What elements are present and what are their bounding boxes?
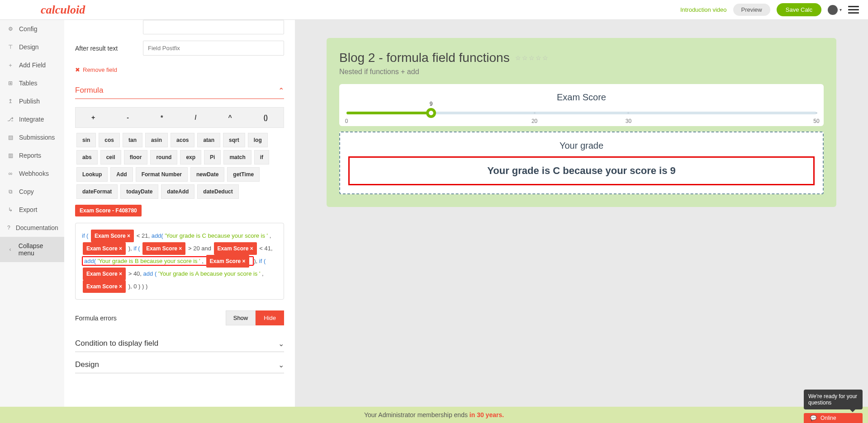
save-calc-button[interactable]: Save Calc xyxy=(777,3,821,16)
sidebar-item-tables[interactable]: ⊞Tables xyxy=(0,74,64,92)
fn-floor[interactable]: floor xyxy=(124,150,148,164)
table-icon: ⊞ xyxy=(7,80,14,86)
gear-icon: ⚙ xyxy=(7,26,14,32)
var-exam-score[interactable]: Exam Score × xyxy=(206,255,249,268)
preview-button[interactable]: Preview xyxy=(733,4,770,16)
function-toolbar: sin cos tan asin acos atan sqrt log abs … xyxy=(75,132,284,200)
grade-card[interactable]: Your grade Your grade is C because your … xyxy=(339,132,824,194)
fn-datededuct[interactable]: dateDeduct xyxy=(197,184,238,199)
postfix-input[interactable] xyxy=(143,41,284,56)
op-plus[interactable]: + xyxy=(87,112,100,123)
sidebar-item-copy[interactable]: ⧉Copy xyxy=(0,183,64,201)
design-section-title: Design xyxy=(75,360,99,369)
op-paren[interactable]: () xyxy=(259,112,272,123)
chevron-down-icon: ⌄ xyxy=(278,361,284,369)
fn-sqrt[interactable]: sqrt xyxy=(223,133,245,147)
sym: , xyxy=(262,270,264,277)
op-mult[interactable]: * xyxy=(156,112,167,123)
sym: , xyxy=(202,258,205,264)
after-result-label: After result text xyxy=(75,45,143,52)
sidebar-label: Reports xyxy=(19,152,41,159)
fn-newdate[interactable]: newDate xyxy=(190,167,224,182)
fn-add[interactable]: Add xyxy=(110,167,133,182)
fn-if[interactable]: if xyxy=(254,150,269,164)
show-errors-button[interactable]: Show xyxy=(226,310,256,325)
fn-asin[interactable]: asin xyxy=(145,133,168,147)
var-exam-score[interactable]: Exam Score × xyxy=(142,242,185,255)
sidebar-label: Integrate xyxy=(19,116,44,123)
editor-panel: After result text ✖ Remove field Formula… xyxy=(64,20,295,407)
hamburger-menu-button[interactable] xyxy=(848,4,859,15)
slider-title: Exam Score xyxy=(345,92,818,103)
fn-atan[interactable]: atan xyxy=(197,133,220,147)
tick-label: 0 xyxy=(345,118,348,124)
fn-pi[interactable]: Pi xyxy=(204,150,221,164)
condition-section-header[interactable]: Condition to display field ⌄ xyxy=(75,339,284,352)
integrate-icon: ⎇ xyxy=(7,116,14,122)
fn-dateformat[interactable]: dateFormat xyxy=(76,184,118,199)
fn-sin[interactable]: sin xyxy=(76,133,96,147)
fn-tan[interactable]: tan xyxy=(123,133,142,147)
var-exam-score[interactable]: Exam Score × xyxy=(91,230,134,242)
sidebar-label: Design xyxy=(19,43,39,51)
prefix-input[interactable] xyxy=(143,20,284,34)
fn-lookup[interactable]: Lookup xyxy=(76,167,108,182)
fn-exp[interactable]: exp xyxy=(180,150,201,164)
sidebar-item-submissions[interactable]: ▤Submissions xyxy=(0,128,64,146)
op-minus[interactable]: - xyxy=(122,112,133,123)
slider-track[interactable]: 9 0 20 30 50 xyxy=(346,112,816,114)
sidebar-item-reports[interactable]: ▥Reports xyxy=(0,146,64,164)
sym: ), xyxy=(128,245,134,252)
sym: , xyxy=(270,232,271,239)
fn-match[interactable]: match xyxy=(223,150,251,164)
slider-tick xyxy=(816,112,817,114)
fn-abs[interactable]: abs xyxy=(76,150,98,164)
sidebar-label: Submissions xyxy=(19,134,55,141)
rating-stars[interactable]: ☆☆☆☆☆ xyxy=(515,54,549,61)
var-exam-score[interactable]: Exam Score × xyxy=(214,242,257,255)
fn-round[interactable]: round xyxy=(150,150,177,164)
fn-acos[interactable]: acos xyxy=(171,133,194,147)
sidebar-item-webhooks[interactable]: ∞Webhooks xyxy=(0,164,64,183)
var-exam-score[interactable]: Exam Score × xyxy=(83,268,126,280)
brand-logo[interactable]: calculoid xyxy=(41,3,85,17)
formula-section-header[interactable]: Formula ⌃ xyxy=(75,86,284,99)
sidebar-item-publish[interactable]: ↥Publish xyxy=(0,92,64,110)
formula-editor[interactable]: if ( Exam Score × < 21, add( 'Your grade… xyxy=(75,223,284,300)
calculator-card: Blog 2 - formula field functions ☆☆☆☆☆ N… xyxy=(327,38,836,207)
sidebar-item-documentation[interactable]: ?Documentation xyxy=(0,219,64,237)
hide-errors-button[interactable]: Hide xyxy=(256,310,284,325)
var-exam-score[interactable]: Exam Score × xyxy=(83,242,126,255)
fn-log[interactable]: log xyxy=(248,133,268,147)
fn-gettime[interactable]: getTime xyxy=(227,167,260,182)
intro-video-link[interactable]: Introduction video xyxy=(680,6,727,13)
op-pow[interactable]: ^ xyxy=(223,112,236,123)
highlighted-segment: add( 'Your grade is B because your score… xyxy=(82,256,254,266)
sidebar-item-config[interactable]: ⚙Config xyxy=(0,20,64,38)
design-section-header[interactable]: Design ⌄ xyxy=(75,360,284,373)
field-variable-button[interactable]: Exam Score - F408780 xyxy=(75,205,142,216)
sidebar-item-export[interactable]: ↳Export xyxy=(0,201,64,219)
help-icon: ? xyxy=(7,225,10,231)
fn-formatnumber[interactable]: Format Number xyxy=(136,167,188,182)
sidebar-item-addfield[interactable]: ＋Add Field xyxy=(0,56,64,74)
operator-toolbar: + - * / ^ () xyxy=(75,107,284,128)
sidebar-item-design[interactable]: ⊤Design xyxy=(0,38,64,56)
user-menu[interactable]: ▾ xyxy=(828,5,842,15)
slider-value: 9 xyxy=(430,101,433,107)
remove-field-button[interactable]: ✖ Remove field xyxy=(75,66,117,73)
slider-knob[interactable] xyxy=(426,108,436,118)
grade-result: Your grade is C because your score is 9 xyxy=(348,156,815,185)
sidebar-item-collapse[interactable]: ‹Collapse menu xyxy=(0,237,64,262)
fn-cos[interactable]: cos xyxy=(99,133,120,147)
sidebar-label: Webhooks xyxy=(19,170,49,177)
var-exam-score[interactable]: Exam Score × xyxy=(83,280,126,293)
sidebar-item-integrate[interactable]: ⎇Integrate xyxy=(0,110,64,128)
slider-tick xyxy=(534,112,536,114)
op-div[interactable]: / xyxy=(190,112,201,123)
fn-dateadd[interactable]: dateAdd xyxy=(161,184,194,199)
sym: > 20 and xyxy=(188,245,213,252)
sym: ), xyxy=(254,258,259,264)
fn-ceil[interactable]: ceil xyxy=(100,150,121,164)
fn-todaydate[interactable]: todayDate xyxy=(120,184,158,199)
